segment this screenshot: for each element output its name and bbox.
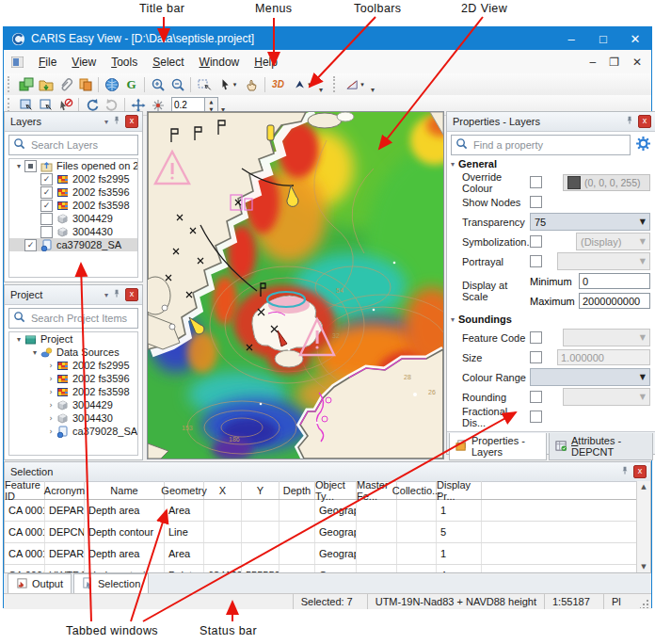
- zoom-in-icon[interactable]: [148, 75, 168, 93]
- expander-icon[interactable]: ▾: [13, 335, 24, 344]
- column-header-geometry[interactable]: Geometry: [165, 481, 204, 499]
- layers-item-2002-fs3598[interactable]: ✓2002 fs3598: [9, 199, 137, 212]
- overflow-icon[interactable]: ▾: [368, 86, 377, 95]
- scroll-down-icon[interactable]: ▼: [641, 561, 646, 572]
- tab-output[interactable]: Output: [8, 573, 72, 593]
- pin-icon[interactable]: [112, 115, 121, 128]
- minimize-button[interactable]: –: [555, 27, 587, 50]
- resize-grip[interactable]: [640, 599, 649, 608]
- expander-icon[interactable]: ›: [45, 362, 56, 370]
- 3d-view-button[interactable]: 3D: [268, 75, 288, 93]
- project-item-project[interactable]: ▾Project: [9, 332, 137, 346]
- close-icon[interactable]: x: [638, 115, 651, 128]
- expander-icon[interactable]: ›: [45, 388, 56, 396]
- column-header-acronym[interactable]: Acronym: [45, 481, 85, 499]
- menu-view[interactable]: View: [64, 53, 104, 72]
- rounding-checkbox[interactable]: [530, 391, 542, 403]
- mdi-restore-button[interactable]: ❐: [609, 56, 619, 69]
- symbolization-checkbox[interactable]: [530, 235, 542, 248]
- expander-icon[interactable]: ›: [45, 401, 56, 410]
- maximum-input[interactable]: 2000000000: [579, 293, 650, 309]
- visibility-checkbox[interactable]: ✓: [24, 239, 37, 251]
- close-icon[interactable]: x: [125, 115, 138, 128]
- mdi-minimize-button[interactable]: –: [589, 56, 596, 69]
- layers-item-3004429[interactable]: 3004429: [9, 212, 137, 225]
- property-search[interactable]: [451, 135, 631, 155]
- visibility-checkbox[interactable]: ✓: [40, 186, 53, 199]
- chevron-down-icon[interactable]: ▾: [104, 291, 108, 299]
- size-checkbox[interactable]: [530, 351, 542, 363]
- layers-panel-header[interactable]: Layers ▾ x: [5, 112, 142, 132]
- pan-icon[interactable]: [242, 75, 262, 93]
- expander-icon[interactable]: ›: [45, 427, 56, 436]
- column-header-name[interactable]: Name: [85, 481, 165, 499]
- project-item-2002-fs3598[interactable]: ›2002 fs3598: [9, 385, 137, 398]
- globe-icon[interactable]: [102, 75, 121, 93]
- project-item-ca379028-sa[interactable]: ›ca379028_SA: [9, 425, 137, 438]
- tab-properties-layers[interactable]: Properties - Layers: [449, 433, 547, 460]
- stepper-up-icon[interactable]: ▲: [205, 98, 217, 105]
- toolbar-grip[interactable]: [333, 76, 339, 91]
- project-panel-header[interactable]: Project ▾ x: [5, 285, 142, 305]
- column-header-x[interactable]: X: [204, 481, 242, 499]
- layers-search[interactable]: [8, 135, 138, 155]
- gear-icon[interactable]: [635, 136, 651, 155]
- project-search[interactable]: [8, 308, 138, 329]
- section-soundings[interactable]: ▾Soundings: [447, 311, 655, 328]
- portrayal-checkbox[interactable]: [530, 255, 542, 267]
- project-item-3004430[interactable]: ›3004430: [9, 411, 137, 425]
- column-header-collectio-[interactable]: Collectio...: [397, 481, 437, 499]
- column-header-depth[interactable]: Depth: [280, 481, 315, 499]
- properties-panel-header[interactable]: Properties - Layers x: [447, 112, 655, 132]
- project-item-3004429[interactable]: ›3004429: [9, 398, 137, 411]
- maximize-button[interactable]: □: [587, 27, 619, 50]
- expander-icon[interactable]: ›: [45, 414, 56, 423]
- map-2d-view[interactable]: 54 32 153 186 28 26: [147, 111, 444, 459]
- minimum-input[interactable]: 0: [579, 273, 650, 289]
- column-header-object-ty-[interactable]: Object Ty...: [315, 481, 357, 499]
- override-colour-checkbox[interactable]: [530, 176, 542, 188]
- property-search-input[interactable]: [471, 138, 626, 152]
- visibility-checkbox[interactable]: ✓: [40, 173, 53, 185]
- mdi-close-button[interactable]: ✕: [632, 56, 642, 69]
- scroll-up-icon[interactable]: ▲: [641, 481, 646, 492]
- chevron-down-icon[interactable]: ▾: [360, 81, 364, 89]
- visibility-checkbox[interactable]: [24, 160, 37, 172]
- section-general[interactable]: ▾General: [447, 155, 655, 172]
- table-row[interactable]: CA 00018...DEPAREDepth areaAreaGeographi…: [5, 543, 637, 565]
- pick-tool-button[interactable]: ▾: [214, 75, 242, 93]
- project-item-data-sources[interactable]: ▾Data Sources: [9, 346, 137, 359]
- menu-help[interactable]: Help: [247, 53, 285, 72]
- colour-range-dropdown[interactable]: ▼: [530, 368, 650, 386]
- layers-item-3004430[interactable]: 3004430: [9, 225, 137, 238]
- close-button[interactable]: ✕: [619, 27, 651, 50]
- menu-tools[interactable]: Tools: [104, 53, 145, 72]
- show-nodes-checkbox[interactable]: [530, 196, 542, 208]
- visibility-checkbox[interactable]: [40, 213, 53, 225]
- table-row[interactable]: CA 00018...DEPAREDepth areaAreaGeographi…: [5, 500, 637, 522]
- menu-file[interactable]: File: [31, 53, 64, 72]
- layers-item-2002-fs2995[interactable]: ✓2002 fs2995: [9, 172, 137, 185]
- table-row[interactable]: CA 00018...DEPCNTDepth contourLineGeogra…: [5, 522, 637, 543]
- expander-icon[interactable]: ▾: [29, 348, 40, 357]
- visibility-checkbox[interactable]: [40, 226, 53, 238]
- column-header-master-fe-[interactable]: Master Fe...: [357, 481, 397, 499]
- layers-item-files-opened-on-201-[interactable]: ▾Files opened on 201...: [9, 159, 137, 172]
- project-item-2002-fs3596[interactable]: ›2002 fs3596: [9, 372, 137, 385]
- feature-code-checkbox[interactable]: [530, 331, 542, 344]
- tab-attributes-depcnt[interactable]: Attributes - DEPCNT: [549, 433, 653, 460]
- google-earth-button[interactable]: G: [121, 75, 141, 93]
- chevron-down-icon[interactable]: ▾: [308, 81, 312, 89]
- table-scrollbar[interactable]: ▲ ▼: [636, 481, 650, 572]
- table-row[interactable]: CA 00018...UWTROCUnderwater/awash rockPo…: [5, 565, 637, 572]
- zoom-out-icon[interactable]: [168, 75, 187, 93]
- attach-icon[interactable]: [56, 75, 75, 93]
- layers-item-ca379028-sa[interactable]: ✓ca379028_SA: [9, 238, 137, 251]
- overflow-icon[interactable]: ▾: [316, 86, 326, 95]
- open-data-button[interactable]: [36, 75, 56, 93]
- pin-icon[interactable]: [625, 115, 634, 128]
- column-header-y[interactable]: Y: [242, 481, 280, 499]
- tab-selection[interactable]: Selection: [73, 573, 149, 593]
- import-icon[interactable]: [75, 75, 95, 93]
- menu-select[interactable]: Select: [145, 53, 191, 72]
